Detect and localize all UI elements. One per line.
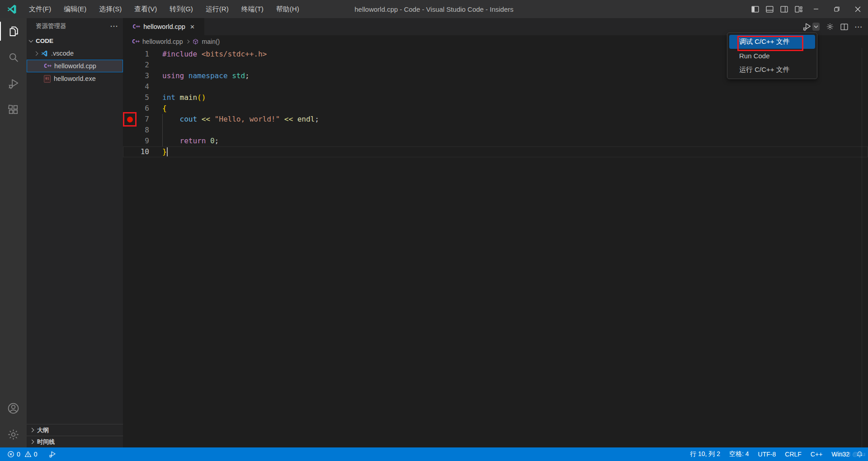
sidebar-bottom: 大纲时间线 [27, 424, 123, 447]
vscode-insiders-logo [6, 4, 17, 14]
code-line-10[interactable]: 10} [123, 146, 868, 157]
customize-layout-icon[interactable] [791, 0, 806, 18]
code-line-7[interactable]: 7 cout << "Hello, world!" << endl; [123, 114, 868, 125]
code-line-6[interactable]: 6{ [123, 103, 868, 114]
run-dropdown-chevron[interactable] [812, 23, 820, 31]
minimize-button[interactable] [806, 0, 826, 18]
line-text [149, 125, 162, 136]
sidebar-section-0[interactable]: 大纲 [27, 424, 123, 436]
toggle-secondary-sidebar-icon[interactable] [777, 0, 791, 18]
close-tab-icon[interactable]: ✕ [190, 24, 195, 30]
run-debug-icon[interactable] [0, 71, 27, 97]
code-area[interactable]: 1#include <bits/stdc++.h>23using namespa… [123, 48, 868, 447]
extensions-icon[interactable] [0, 97, 27, 123]
more-actions-icon[interactable]: ⋯ [854, 22, 863, 32]
file-label: helloworld.exe [54, 75, 96, 82]
text-cursor [167, 147, 168, 156]
activity-bar [0, 18, 27, 447]
breakpoint-icon[interactable] [127, 117, 133, 122]
menu-item-3[interactable]: 查看(V) [128, 0, 163, 18]
folder-root-row[interactable]: CODE [27, 34, 123, 47]
status-item-5[interactable]: Win32 [827, 447, 854, 461]
chevron-right-icon [34, 51, 38, 56]
workbench: 资源管理器 ⋯ CODE .vscodeC++helloworld.cpp01h… [0, 18, 868, 447]
status-item-2[interactable]: UTF-8 [754, 447, 781, 461]
tree-item-helloworldexe[interactable]: 01helloworld.exe [27, 72, 123, 85]
cpp-file-icon: C++ [132, 24, 140, 30]
sidebar-section-1[interactable]: 时间线 [27, 436, 123, 447]
tab-helloworld-cpp[interactable]: C++ helloworld.cpp ✕ [123, 18, 204, 35]
code-line-5[interactable]: 5int main() [123, 92, 868, 103]
editor-right-divider [862, 48, 862, 447]
close-window-icon[interactable] [847, 0, 868, 18]
run-debug-button[interactable] [802, 22, 812, 32]
code-line-9[interactable]: 9 return 0; [123, 136, 868, 146]
chevron-right-icon [185, 40, 189, 43]
menu-item-6[interactable]: 终端(T) [235, 0, 270, 18]
menu-item-1[interactable]: 编辑(E) [57, 0, 93, 18]
status-item-3[interactable]: CRLF [780, 447, 806, 461]
file-label: helloworld.cpp [54, 62, 96, 70]
explorer-icon[interactable] [0, 18, 27, 44]
sidebar-header: 资源管理器 ⋯ [27, 18, 123, 34]
cpp-file-icon: C++ [132, 38, 139, 45]
run-menu-item-0[interactable]: 调试 C/C++ 文件 [729, 35, 815, 49]
split-editor-icon[interactable] [840, 23, 848, 31]
line-number: 4 [123, 81, 149, 92]
menu-item-2[interactable]: 选择(S) [93, 0, 128, 18]
symbol-cube-icon [192, 38, 199, 45]
breakpoint-annotation-box [123, 112, 137, 127]
line-text: cout << "Hello, world!" << endl; [149, 114, 319, 125]
status-left: 0 0 [0, 447, 59, 461]
toggle-sidebar-icon[interactable] [748, 0, 762, 18]
line-number: 3 [123, 71, 149, 81]
line-text [149, 81, 162, 92]
debug-status-icon[interactable] [46, 447, 59, 461]
settings-gear-icon[interactable] [826, 23, 834, 31]
status-item-4[interactable]: C++ [806, 447, 827, 461]
menu-item-5[interactable]: 运行(R) [199, 0, 235, 18]
breadcrumb-symbol[interactable]: main() [202, 38, 220, 45]
status-bar: 0 0 行 10, 列 2空格: 4UTF-8CRLFC++Win32 CSDN… [0, 447, 868, 461]
vscode-window: 文件(F)编辑(E)选择(S)查看(V)转到(G)运行(R)终端(T)帮助(H)… [0, 0, 868, 461]
title-bar: 文件(F)编辑(E)选择(S)查看(V)转到(G)运行(R)终端(T)帮助(H)… [0, 0, 868, 18]
settings-gear-icon[interactable] [0, 421, 27, 447]
maximize-button[interactable] [826, 0, 847, 18]
error-count: 0 [17, 451, 20, 458]
run-menu-item-2[interactable]: 运行 C/C++ 文件 [729, 63, 815, 77]
warning-icon [24, 451, 32, 458]
editor-area: C++ helloworld.cpp ✕ [123, 18, 868, 447]
breadcrumb-file[interactable]: helloworld.cpp [142, 38, 183, 45]
toggle-panel-icon[interactable] [762, 0, 777, 18]
account-icon[interactable] [0, 395, 27, 421]
tree-item-helloworldcpp[interactable]: C++helloworld.cpp [27, 60, 123, 72]
section-label: 大纲 [37, 426, 49, 434]
search-icon[interactable] [0, 44, 27, 71]
line-number: 9 [123, 136, 149, 146]
line-number: 1 [123, 49, 149, 60]
problems-button[interactable]: 0 0 [5, 447, 40, 461]
binary-file-icon: 01 [44, 75, 51, 83]
warning-count: 0 [34, 451, 38, 458]
run-menu-item-1[interactable]: Run Code [729, 49, 815, 63]
file-tree: .vscodeC++helloworld.cpp01helloworld.exe [27, 47, 123, 85]
sidebar-title: 资源管理器 [36, 22, 66, 30]
line-number: 2 [123, 60, 149, 71]
vscode-folder-icon [41, 50, 48, 57]
sidebar-spacer [27, 85, 123, 424]
notifications-bell-icon[interactable] [854, 451, 868, 458]
tree-item-vscode[interactable]: .vscode [27, 47, 123, 60]
line-text: #include <bits/stdc++.h> [149, 49, 267, 60]
menu-item-4[interactable]: 转到(G) [163, 0, 199, 18]
code-line-8[interactable]: 8 [123, 125, 868, 136]
status-right: 行 10, 列 2空格: 4UTF-8CRLFC++Win32 [685, 447, 854, 461]
menu-item-0[interactable]: 文件(F) [23, 0, 57, 18]
section-label: 时间线 [37, 438, 55, 446]
status-item-0[interactable]: 行 10, 列 2 [685, 447, 725, 461]
menu-item-7[interactable]: 帮助(H) [270, 0, 306, 18]
code-line-4[interactable]: 4 [123, 81, 868, 92]
menu-bar: 文件(F)编辑(E)选择(S)查看(V)转到(G)运行(R)终端(T)帮助(H) [23, 0, 306, 18]
more-actions-icon[interactable]: ⋯ [110, 21, 118, 31]
status-item-1[interactable]: 空格: 4 [725, 447, 754, 461]
tab-label: helloworld.cpp [143, 23, 185, 30]
